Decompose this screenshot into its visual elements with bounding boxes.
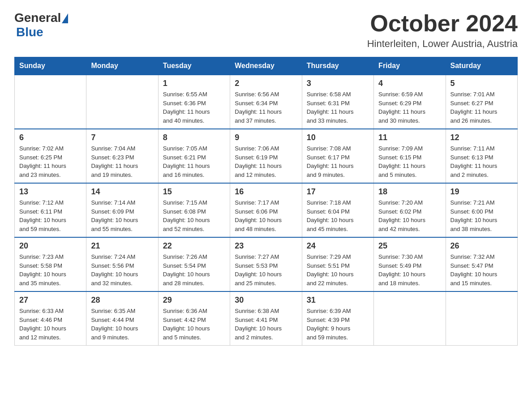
calendar-cell: 21Sunrise: 7:24 AM Sunset: 5:56 PM Dayli…	[86, 237, 158, 291]
day-number: 18	[378, 187, 441, 197]
day-number: 26	[450, 241, 513, 251]
calendar-cell: 25Sunrise: 7:30 AM Sunset: 5:49 PM Dayli…	[374, 237, 446, 291]
day-number: 21	[91, 241, 153, 251]
day-number: 13	[19, 187, 82, 197]
day-info: Sunrise: 7:20 AM Sunset: 6:02 PM Dayligh…	[378, 198, 441, 233]
calendar-cell: 13Sunrise: 7:12 AM Sunset: 6:11 PM Dayli…	[15, 183, 86, 237]
day-number: 12	[450, 133, 513, 142]
day-number: 20	[19, 241, 82, 251]
weekday-header-thursday: Thursday	[302, 57, 373, 75]
day-info: Sunrise: 6:58 AM Sunset: 6:31 PM Dayligh…	[307, 90, 369, 125]
calendar-cell: 28Sunrise: 6:35 AM Sunset: 4:44 PM Dayli…	[86, 291, 158, 346]
day-number: 17	[307, 187, 369, 197]
calendar-header-row: SundayMondayTuesdayWednesdayThursdayFrid…	[15, 57, 518, 75]
day-info: Sunrise: 6:39 AM Sunset: 4:39 PM Dayligh…	[307, 307, 369, 342]
day-info: Sunrise: 7:02 AM Sunset: 6:25 PM Dayligh…	[19, 144, 82, 179]
day-info: Sunrise: 7:14 AM Sunset: 6:09 PM Dayligh…	[91, 198, 153, 233]
calendar-cell	[15, 75, 86, 129]
day-number: 28	[91, 295, 153, 305]
calendar-cell: 11Sunrise: 7:09 AM Sunset: 6:15 PM Dayli…	[374, 129, 446, 183]
day-number: 24	[307, 241, 369, 251]
weekday-header-saturday: Saturday	[446, 57, 517, 75]
day-info: Sunrise: 6:33 AM Sunset: 4:46 PM Dayligh…	[19, 307, 82, 342]
day-number: 22	[163, 241, 225, 251]
calendar-cell	[86, 75, 158, 129]
day-number: 19	[450, 187, 513, 197]
day-info: Sunrise: 6:35 AM Sunset: 4:44 PM Dayligh…	[91, 307, 153, 342]
day-number: 10	[307, 133, 369, 142]
day-info: Sunrise: 7:29 AM Sunset: 5:51 PM Dayligh…	[307, 253, 369, 287]
day-number: 6	[19, 133, 82, 142]
calendar-cell: 7Sunrise: 7:04 AM Sunset: 6:23 PM Daylig…	[86, 129, 158, 183]
calendar-week-row: 13Sunrise: 7:12 AM Sunset: 6:11 PM Dayli…	[15, 183, 518, 237]
day-info: Sunrise: 6:36 AM Sunset: 4:42 PM Dayligh…	[163, 307, 225, 342]
calendar-cell: 18Sunrise: 7:20 AM Sunset: 6:02 PM Dayli…	[374, 183, 446, 237]
calendar-cell: 14Sunrise: 7:14 AM Sunset: 6:09 PM Dayli…	[86, 183, 158, 237]
day-info: Sunrise: 6:38 AM Sunset: 4:41 PM Dayligh…	[235, 307, 297, 342]
calendar-cell: 1Sunrise: 6:55 AM Sunset: 6:36 PM Daylig…	[158, 75, 230, 129]
logo-general-text: General	[14, 11, 61, 25]
calendar-cell: 17Sunrise: 7:18 AM Sunset: 6:04 PM Dayli…	[302, 183, 373, 237]
day-info: Sunrise: 7:26 AM Sunset: 5:54 PM Dayligh…	[163, 253, 225, 287]
day-info: Sunrise: 6:59 AM Sunset: 6:29 PM Dayligh…	[378, 90, 441, 125]
page-header: General Blue October 2024 Hinterleiten, …	[14, 11, 518, 50]
day-number: 11	[378, 133, 441, 142]
day-info: Sunrise: 7:27 AM Sunset: 5:53 PM Dayligh…	[235, 253, 297, 287]
weekday-header-friday: Friday	[374, 57, 446, 75]
day-info: Sunrise: 7:23 AM Sunset: 5:58 PM Dayligh…	[19, 253, 82, 287]
day-number: 16	[235, 187, 297, 197]
calendar-cell: 6Sunrise: 7:02 AM Sunset: 6:25 PM Daylig…	[15, 129, 86, 183]
day-info: Sunrise: 6:56 AM Sunset: 6:34 PM Dayligh…	[235, 90, 297, 125]
day-info: Sunrise: 6:55 AM Sunset: 6:36 PM Dayligh…	[163, 90, 225, 125]
day-number: 14	[91, 187, 153, 197]
day-info: Sunrise: 7:12 AM Sunset: 6:11 PM Dayligh…	[19, 198, 82, 233]
day-number: 3	[307, 79, 369, 88]
calendar-week-row: 6Sunrise: 7:02 AM Sunset: 6:25 PM Daylig…	[15, 129, 518, 183]
calendar-week-row: 1Sunrise: 6:55 AM Sunset: 6:36 PM Daylig…	[15, 75, 518, 129]
day-number: 8	[163, 133, 225, 142]
day-info: Sunrise: 7:01 AM Sunset: 6:27 PM Dayligh…	[450, 90, 513, 125]
calendar-cell: 15Sunrise: 7:15 AM Sunset: 6:08 PM Dayli…	[158, 183, 230, 237]
weekday-header-wednesday: Wednesday	[230, 57, 302, 75]
day-number: 29	[163, 295, 225, 305]
calendar-table: SundayMondayTuesdayWednesdayThursdayFrid…	[14, 57, 518, 346]
title-area: October 2024 Hinterleiten, Lower Austria…	[367, 11, 518, 50]
logo-blue-text: Blue	[16, 25, 43, 39]
day-info: Sunrise: 7:17 AM Sunset: 6:06 PM Dayligh…	[235, 198, 297, 233]
calendar-week-row: 20Sunrise: 7:23 AM Sunset: 5:58 PM Dayli…	[15, 237, 518, 291]
weekday-header-monday: Monday	[86, 57, 158, 75]
day-info: Sunrise: 7:24 AM Sunset: 5:56 PM Dayligh…	[91, 253, 153, 287]
day-number: 5	[450, 79, 513, 88]
day-number: 9	[235, 133, 297, 142]
calendar-cell: 4Sunrise: 6:59 AM Sunset: 6:29 PM Daylig…	[374, 75, 446, 129]
day-number: 7	[91, 133, 153, 142]
calendar-cell: 26Sunrise: 7:32 AM Sunset: 5:47 PM Dayli…	[446, 237, 517, 291]
calendar-week-row: 27Sunrise: 6:33 AM Sunset: 4:46 PM Dayli…	[15, 291, 518, 346]
day-number: 25	[378, 241, 441, 251]
day-info: Sunrise: 7:21 AM Sunset: 6:00 PM Dayligh…	[450, 198, 513, 233]
weekday-header-sunday: Sunday	[15, 57, 86, 75]
day-info: Sunrise: 7:08 AM Sunset: 6:17 PM Dayligh…	[307, 144, 369, 179]
calendar-cell: 12Sunrise: 7:11 AM Sunset: 6:13 PM Dayli…	[446, 129, 517, 183]
logo: General Blue	[14, 11, 68, 39]
calendar-cell: 22Sunrise: 7:26 AM Sunset: 5:54 PM Dayli…	[158, 237, 230, 291]
calendar-cell: 29Sunrise: 6:36 AM Sunset: 4:42 PM Dayli…	[158, 291, 230, 346]
calendar-cell: 20Sunrise: 7:23 AM Sunset: 5:58 PM Dayli…	[15, 237, 86, 291]
calendar-cell: 16Sunrise: 7:17 AM Sunset: 6:06 PM Dayli…	[230, 183, 302, 237]
calendar-cell: 2Sunrise: 6:56 AM Sunset: 6:34 PM Daylig…	[230, 75, 302, 129]
day-info: Sunrise: 7:06 AM Sunset: 6:19 PM Dayligh…	[235, 144, 297, 179]
calendar-cell: 8Sunrise: 7:05 AM Sunset: 6:21 PM Daylig…	[158, 129, 230, 183]
day-info: Sunrise: 7:18 AM Sunset: 6:04 PM Dayligh…	[307, 198, 369, 233]
day-number: 31	[307, 295, 369, 305]
day-number: 30	[235, 295, 297, 305]
calendar-cell: 27Sunrise: 6:33 AM Sunset: 4:46 PM Dayli…	[15, 291, 86, 346]
day-info: Sunrise: 7:11 AM Sunset: 6:13 PM Dayligh…	[450, 144, 513, 179]
calendar-cell: 5Sunrise: 7:01 AM Sunset: 6:27 PM Daylig…	[446, 75, 517, 129]
day-number: 1	[163, 79, 225, 88]
calendar-cell: 19Sunrise: 7:21 AM Sunset: 6:00 PM Dayli…	[446, 183, 517, 237]
calendar-cell: 30Sunrise: 6:38 AM Sunset: 4:41 PM Dayli…	[230, 291, 302, 346]
day-number: 27	[19, 295, 82, 305]
day-info: Sunrise: 7:05 AM Sunset: 6:21 PM Dayligh…	[163, 144, 225, 179]
day-info: Sunrise: 7:04 AM Sunset: 6:23 PM Dayligh…	[91, 144, 153, 179]
location-title: Hinterleiten, Lower Austria, Austria	[367, 38, 518, 50]
